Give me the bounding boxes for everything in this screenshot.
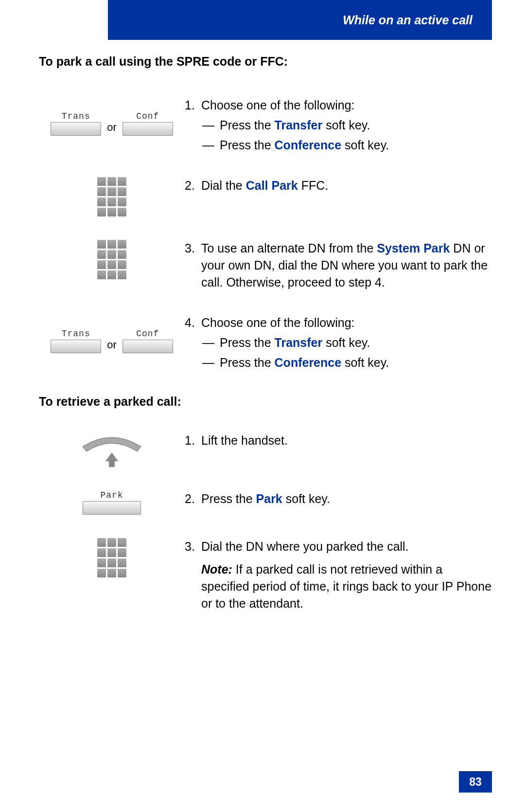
step-lead: Choose one of the following:: [201, 314, 492, 331]
sub-item-a: Press the Transfer soft key.: [220, 334, 370, 351]
handset-lift-graphic: [39, 432, 185, 467]
r2-body: Press the Park soft key.: [201, 490, 492, 507]
sub-b-post: soft key.: [341, 138, 389, 152]
term-system-park: System Park: [377, 241, 450, 255]
s2-post: FFC.: [298, 179, 329, 192]
term-call-park: Call Park: [246, 179, 298, 192]
softkey-park: Park: [83, 490, 141, 515]
softkey-button-conf: [122, 122, 173, 136]
keypad-graphic-3: [39, 538, 185, 577]
keypad-icon: [97, 240, 126, 279]
step-3-text: 3. To use an alternate DN from the Syste…: [185, 240, 492, 291]
step-2-body: Dial the Call Park FFC.: [201, 177, 492, 194]
s3-pre: To use an alternate DN from the: [201, 241, 377, 255]
softkey-conf: Conf: [122, 111, 173, 136]
note-block: Note: If a parked call is not retrieved …: [185, 561, 492, 612]
softkey-button-trans: [51, 340, 101, 353]
retrieve-step-2: Park 2. Press the Park soft key.: [39, 490, 492, 515]
retrieve-step-1-text: 1. Lift the handset.: [185, 432, 492, 449]
keypad-icon: [97, 538, 126, 577]
step-3-body: To use an alternate DN from the System P…: [201, 240, 492, 291]
step-number: 2.: [185, 177, 201, 194]
header-title: While on an active call: [343, 13, 472, 27]
step-number: 2.: [185, 490, 201, 507]
r3-body: Dial the DN where you parked the call.: [201, 538, 492, 555]
step-2: 2. Dial the Call Park FFC.: [39, 177, 492, 217]
softkey-button-park: [83, 501, 141, 515]
softkey-label-park: Park: [83, 490, 141, 500]
retrieve-step-1: 1. Lift the handset.: [39, 432, 492, 467]
step-number: 1.: [185, 432, 201, 449]
keypad-graphic-2: [39, 240, 185, 279]
softkey-button-trans: [51, 122, 101, 136]
softkey-button-conf: [122, 340, 173, 353]
section-heading-park-call: To park a call using the SPRE code or FF…: [39, 54, 492, 69]
softkey-trans-conf-graphic: Trans or Conf: [39, 97, 185, 136]
page-body: To park a call using the SPRE code or FF…: [39, 54, 492, 635]
step-1: Trans or Conf 1. Choose one of the follo…: [39, 97, 492, 154]
softkey-label-trans: Trans: [51, 329, 101, 339]
dash: —: [202, 137, 220, 154]
or-text: or: [105, 339, 119, 353]
section-heading-retrieve: To retrieve a parked call:: [39, 395, 492, 409]
header-bar: While on an active call: [108, 0, 492, 40]
softkey-trans-conf-graphic-2: Trans or Conf: [39, 314, 185, 353]
step-4-text: 4. Choose one of the following: — Press …: [185, 314, 492, 371]
term-transfer: Transfer: [275, 336, 323, 349]
s2-pre: Dial the: [201, 179, 246, 192]
step-number: 3.: [185, 538, 201, 555]
step-number: 4.: [185, 314, 201, 331]
softkey-trans: Trans: [51, 111, 101, 136]
retrieve-step-2-text: 2. Press the Park soft key.: [185, 490, 492, 507]
softkey-conf: Conf: [122, 329, 173, 353]
sub4a-pre: Press the: [220, 336, 275, 349]
or-text: or: [105, 121, 119, 136]
term-conference: Conference: [275, 356, 342, 369]
sub-item-a: Press the Transfer soft key.: [220, 117, 370, 134]
term-transfer: Transfer: [275, 118, 323, 132]
note-label: Note:: [201, 562, 232, 576]
step-number: 3.: [185, 240, 201, 291]
retrieve-step-3-text: 3. Dial the DN where you parked the call…: [185, 538, 492, 612]
softkey-label-conf: Conf: [122, 329, 173, 339]
sub4a-post: soft key.: [322, 336, 370, 349]
term-park: Park: [256, 492, 282, 505]
step-number: 1.: [185, 97, 201, 114]
softkey-label-conf: Conf: [122, 111, 173, 121]
r2-post: soft key.: [282, 492, 330, 505]
step-4: Trans or Conf 4. Choose one of the follo…: [39, 314, 492, 371]
handset-lift-icon: [78, 432, 146, 467]
step-3: 3. To use an alternate DN from the Syste…: [39, 240, 492, 291]
sub-item-b: Press the Conference soft key.: [220, 354, 389, 371]
sub4b-post: soft key.: [341, 356, 389, 369]
note-text: If a parked call is not retrieved within…: [201, 562, 491, 610]
sub-item-b: Press the Conference soft key.: [220, 137, 389, 154]
dash: —: [202, 334, 220, 351]
step-1-text: 1. Choose one of the following: — Press …: [185, 97, 492, 154]
step-lead: Choose one of the following:: [201, 97, 492, 114]
r1-body: Lift the handset.: [201, 432, 492, 449]
keypad-icon: [97, 177, 126, 217]
softkey-trans: Trans: [51, 329, 101, 353]
dash: —: [202, 117, 220, 134]
keypad-graphic: [39, 177, 185, 217]
softkey-park-graphic: Park: [39, 490, 185, 515]
dash: —: [202, 354, 220, 371]
step-2-text: 2. Dial the Call Park FFC.: [185, 177, 492, 194]
softkey-label-trans: Trans: [51, 111, 101, 121]
r2-pre: Press the: [201, 492, 256, 505]
sub4b-pre: Press the: [220, 356, 275, 369]
term-conference: Conference: [275, 138, 342, 152]
sub-a-pre: Press the: [220, 118, 275, 132]
sub-b-pre: Press the: [220, 138, 275, 152]
page-number: 83: [459, 771, 492, 793]
retrieve-step-3: 3. Dial the DN where you parked the call…: [39, 538, 492, 612]
sub-a-post: soft key.: [322, 118, 370, 132]
